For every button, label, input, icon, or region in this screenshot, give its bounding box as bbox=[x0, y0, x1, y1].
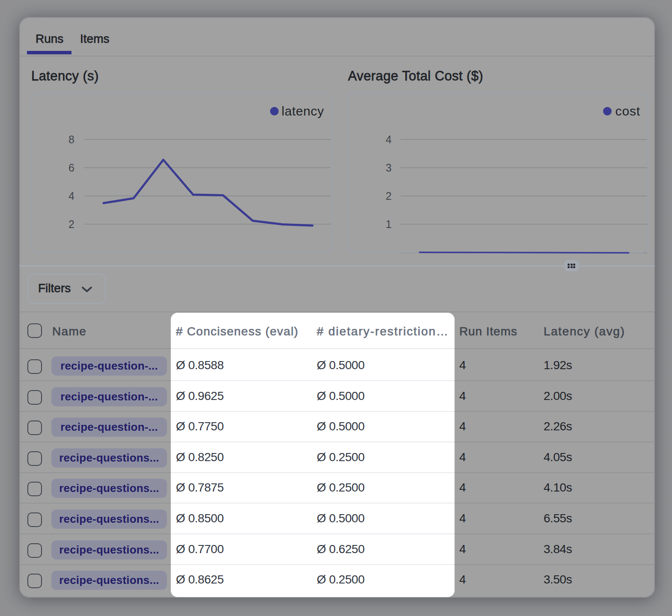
svg-text:4: 4 bbox=[386, 133, 392, 145]
svg-text:2: 2 bbox=[68, 218, 74, 230]
svg-text:1: 1 bbox=[386, 218, 392, 230]
svg-text:4: 4 bbox=[68, 190, 74, 202]
svg-text:8: 8 bbox=[68, 133, 74, 145]
svg-text:6: 6 bbox=[68, 162, 74, 174]
svg-text:3: 3 bbox=[386, 162, 392, 174]
svg-text:2: 2 bbox=[386, 190, 392, 202]
